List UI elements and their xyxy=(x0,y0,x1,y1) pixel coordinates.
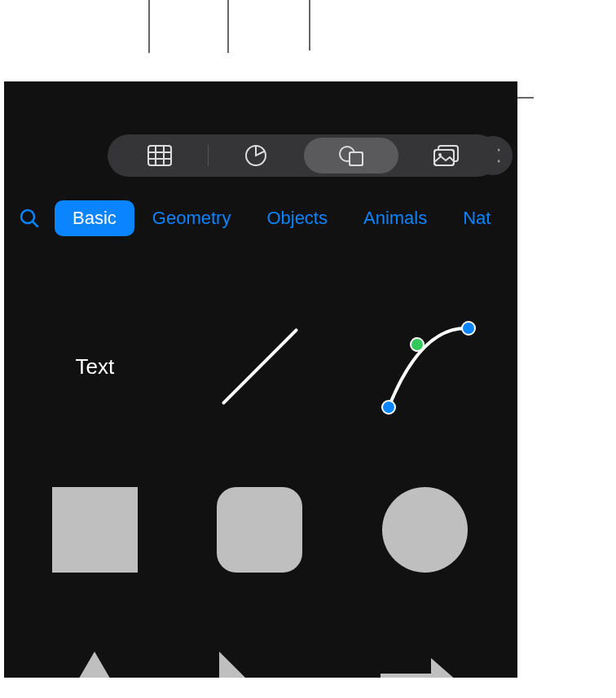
text-shape-label: Text xyxy=(75,354,114,380)
category-tab-basic[interactable]: Basic xyxy=(55,200,134,236)
square-icon xyxy=(52,487,138,573)
shape-rounded-square[interactable] xyxy=(186,448,335,611)
triangle-icon xyxy=(47,652,142,678)
curve-icon xyxy=(372,314,478,419)
right-triangle-icon xyxy=(219,652,301,678)
shape-circle[interactable] xyxy=(350,448,499,611)
svg-point-21 xyxy=(382,401,395,414)
category-tab-animals[interactable]: Animals xyxy=(345,200,445,236)
shape-arrow-right[interactable] xyxy=(350,611,499,678)
shape-curve[interactable] xyxy=(350,285,499,448)
svg-rect-13 xyxy=(350,152,363,165)
rounded-square-icon xyxy=(217,487,302,573)
search-button[interactable] xyxy=(12,201,46,235)
shape-line[interactable] xyxy=(186,285,335,448)
chart-tool-button[interactable] xyxy=(209,138,304,173)
shape-text[interactable]: Text xyxy=(20,285,169,448)
shapes-panel: Basic Geometry Objects Animals Nat Text xyxy=(4,81,516,678)
line-icon xyxy=(219,326,301,407)
image-tool-button[interactable] xyxy=(398,138,494,173)
svg-line-20 xyxy=(33,222,37,226)
chart-icon xyxy=(244,144,267,167)
svg-point-23 xyxy=(411,338,424,351)
category-tab-geometry[interactable]: Geometry xyxy=(134,200,249,236)
panel-right-edge xyxy=(516,81,517,678)
shape-triangle[interactable] xyxy=(20,611,169,678)
insert-toolbar xyxy=(108,134,499,177)
shape-categories: Basic Geometry Objects Animals Nat xyxy=(4,195,516,240)
shapes-grid: Text xyxy=(4,261,516,678)
shape-icon xyxy=(338,144,364,167)
shape-tool-button[interactable] xyxy=(304,138,399,173)
svg-rect-6 xyxy=(148,146,171,165)
table-tool-button[interactable] xyxy=(112,138,208,173)
table-icon xyxy=(147,145,172,166)
svg-point-22 xyxy=(462,322,475,335)
category-tab-nature[interactable]: Nat xyxy=(445,200,508,236)
circle-icon xyxy=(382,487,468,573)
category-tab-objects[interactable]: Objects xyxy=(249,200,345,236)
search-icon xyxy=(19,208,40,229)
shape-right-triangle[interactable] xyxy=(186,611,335,678)
arrow-right-icon xyxy=(381,669,470,678)
shape-square[interactable] xyxy=(20,448,169,611)
image-icon xyxy=(433,145,460,166)
